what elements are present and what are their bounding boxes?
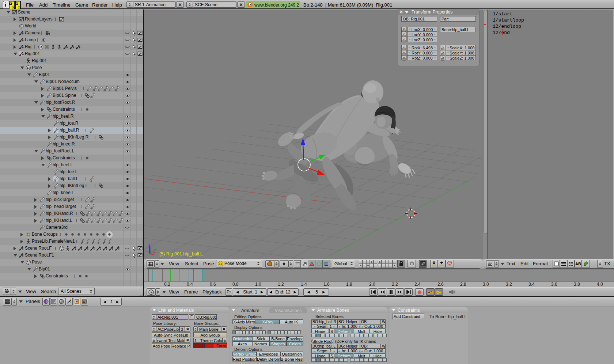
svg-text:(5) Rig.001 hlp_ball.L: (5) Rig.001 hlp_ball.L [159, 251, 203, 257]
svg-text:x: x [153, 251, 155, 255]
svg-text:z: z [148, 243, 150, 247]
